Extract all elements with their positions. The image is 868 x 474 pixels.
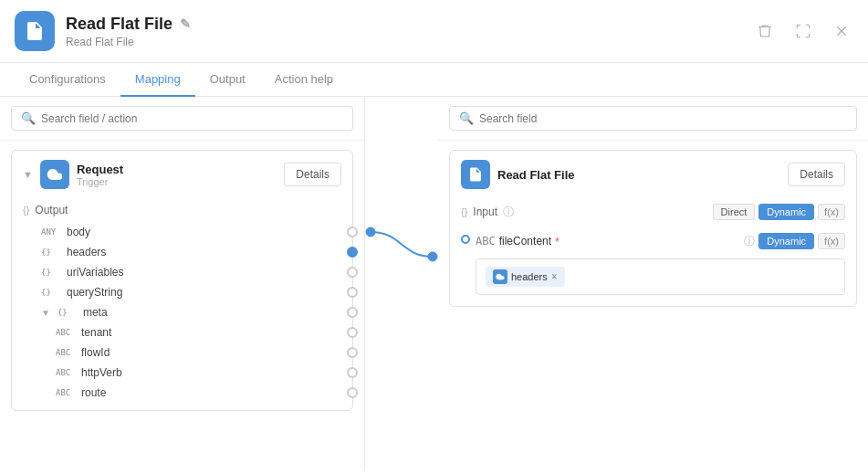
label-tenant: tenant	[81, 326, 111, 339]
chip-close-button[interactable]: ×	[551, 271, 558, 282]
cloud-icon	[47, 166, 63, 183]
header-actions	[753, 19, 853, 43]
read-flat-file-block: Read Flat File Details {} Input ⓘ Direct…	[449, 150, 857, 307]
tab-mapping[interactable]: Mapping	[120, 63, 195, 97]
read-flat-file-icon	[461, 160, 490, 189]
direct-mode-button[interactable]: Direct	[713, 204, 756, 220]
right-search-bar: 🔍	[438, 97, 868, 141]
edit-icon[interactable]: ✎	[180, 16, 191, 31]
dot-route[interactable]	[347, 387, 358, 398]
tab-configurations[interactable]: Configurations	[15, 63, 120, 97]
fn-button[interactable]: f(x)	[818, 204, 845, 220]
svg-point-0	[366, 227, 375, 237]
type-badge-meta: {}	[58, 308, 78, 317]
request-block-subtitle: Trigger	[77, 176, 277, 187]
page-subtitle: Read Flat File	[66, 36, 191, 48]
type-badge-headers: {}	[41, 248, 61, 257]
read-flat-file-title: Read Flat File	[497, 168, 780, 182]
tree-item-uri: {} uriVariables	[12, 262, 352, 282]
request-chevron[interactable]: ▼	[23, 169, 33, 180]
label-meta: meta	[83, 306, 108, 319]
label-uri: uriVariables	[67, 266, 123, 279]
tab-action-help[interactable]: Action help	[260, 63, 348, 97]
page-title: Read Flat File ✎	[66, 15, 191, 34]
filecontent-dot[interactable]	[461, 235, 470, 244]
request-header: ▼ Request Trigger Details	[12, 151, 352, 198]
tree-item-meta: ▼ {} meta	[12, 302, 352, 322]
dot-flowid[interactable]	[347, 347, 358, 358]
input-section-icon: {}	[461, 206, 467, 217]
chip-label: headers	[511, 271, 548, 282]
left-search-icon: 🔍	[21, 111, 36, 125]
label-route: route	[81, 386, 106, 399]
request-block-title: Request	[77, 163, 277, 176]
meta-chevron[interactable]: ▼	[41, 308, 50, 318]
filecontent-info-icon[interactable]: ⓘ	[744, 234, 755, 249]
dot-uri[interactable]	[347, 267, 358, 278]
left-search-input[interactable]	[41, 112, 343, 125]
dot-query[interactable]	[347, 287, 358, 298]
type-badge-flowid: ABC	[56, 348, 76, 357]
label-headers: headers	[67, 246, 106, 258]
filecontent-fn-button[interactable]: f(x)	[818, 233, 845, 249]
right-search-icon: 🔍	[459, 111, 474, 125]
read-flat-file-title-group: Read Flat File	[497, 168, 780, 182]
input-info-icon[interactable]: ⓘ	[503, 205, 514, 220]
filecontent-type: ABC	[476, 235, 496, 248]
dynamic-mode-button[interactable]: Dynamic	[758, 204, 814, 220]
tree-item-query: {} queryString	[12, 282, 352, 302]
required-star: *	[555, 235, 559, 248]
request-title-group: Request Trigger	[77, 163, 277, 187]
header-title-group: Read Flat File ✎ Read Flat File	[66, 15, 191, 48]
type-badge-route: ABC	[56, 388, 76, 397]
type-badge-tenant: ABC	[56, 328, 76, 337]
dot-body[interactable]	[347, 226, 358, 237]
chip-cloud-icon	[496, 272, 505, 281]
filecontent-field-row: ABC fileContent * ⓘ Dynamic f(x)	[450, 226, 856, 306]
label-query: queryString	[67, 286, 122, 299]
left-search-wrapper[interactable]: 🔍	[11, 106, 353, 131]
read-flat-file-header: Read Flat File Details	[450, 151, 856, 198]
delete-button[interactable]	[753, 19, 777, 43]
filecontent-dynamic-button[interactable]: Dynamic	[758, 233, 814, 249]
main-content: 🔍 ▼ Request	[0, 97, 868, 470]
type-badge-query: {}	[41, 288, 61, 297]
input-mode-buttons: Direct Dynamic f(x)	[713, 204, 845, 220]
input-section-label: Input	[473, 205, 497, 218]
panels-row: 🔍 ▼ Request	[0, 97, 868, 470]
trash-icon	[757, 23, 773, 39]
tree-item-route: ABC route	[12, 383, 352, 403]
request-block: ▼ Request Trigger Details	[11, 150, 353, 411]
tab-output[interactable]: Output	[195, 63, 260, 97]
dot-tenant[interactable]	[347, 327, 358, 338]
label-httpverb: httpVerb	[81, 366, 122, 379]
page-header: Read Flat File ✎ Read Flat File	[0, 0, 868, 63]
right-search-input[interactable]	[479, 112, 847, 125]
left-panel-content: ▼ Request Trigger Details	[0, 141, 364, 470]
connector-svg	[365, 97, 438, 470]
type-badge-httpverb: ABC	[56, 368, 76, 377]
type-badge-uri: {}	[41, 268, 61, 277]
right-panel: 🔍 Read Flat File Details	[438, 97, 868, 470]
left-panel: 🔍 ▼ Request	[0, 97, 365, 470]
dot-headers[interactable]	[347, 247, 358, 258]
read-flat-file-details-button[interactable]: Details	[788, 163, 845, 186]
tabs-bar: Configurations Mapping Output Action hel…	[0, 63, 868, 97]
filecontent-label: fileContent	[499, 235, 551, 248]
filecontent-input-area[interactable]: headers ×	[476, 258, 845, 295]
request-block-icon	[40, 160, 69, 189]
tree-item-headers: {} headers	[12, 242, 352, 262]
tree-item-flowid: ABC flowId	[12, 342, 352, 363]
right-search-wrapper[interactable]: 🔍	[449, 106, 857, 131]
label-flowid: flowId	[81, 346, 110, 359]
dot-httpverb[interactable]	[347, 367, 358, 378]
close-button[interactable]	[830, 19, 853, 43]
expand-button[interactable]	[791, 19, 815, 43]
output-section-header: {} Output	[12, 198, 352, 222]
close-icon	[833, 23, 850, 39]
left-search-bar: 🔍	[0, 97, 364, 141]
headers-chip[interactable]: headers ×	[486, 267, 565, 287]
request-details-button[interactable]: Details	[284, 163, 341, 186]
title-text: Read Flat File	[66, 15, 173, 34]
dot-meta[interactable]	[347, 307, 358, 318]
